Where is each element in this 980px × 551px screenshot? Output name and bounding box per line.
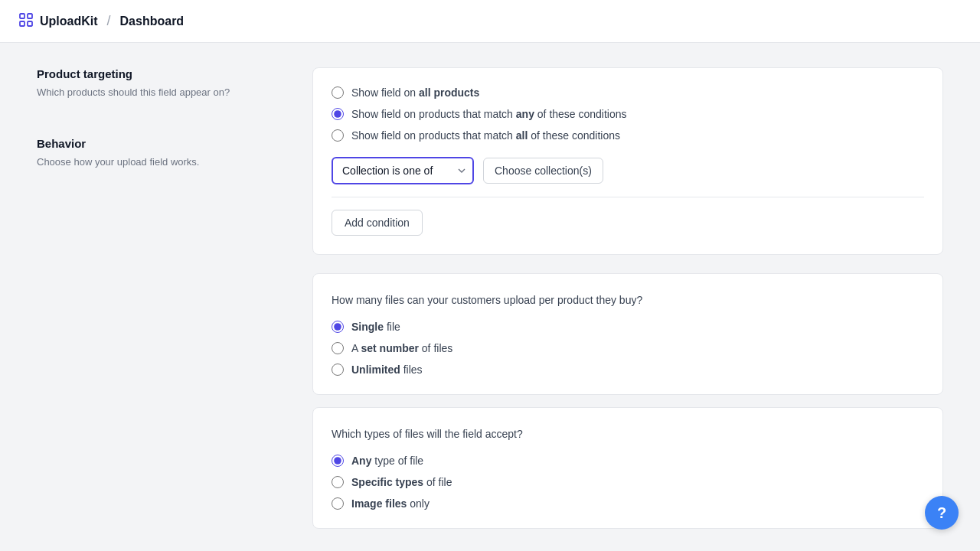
svg-rect-1 [28,14,32,18]
add-condition-button[interactable]: Add condition [332,210,423,236]
app-name: UploadKit [40,15,98,28]
file-count-question: How many files can your customers upload… [332,292,924,308]
content-area: Show field on all products Show field on… [312,67,943,529]
radio-all-products-label: Show field on all products [351,86,479,99]
page-title: Dashboard [120,15,185,28]
radio-set-number-label: A set number of files [351,342,452,354]
condition-select[interactable]: Collection is one of Collection is not o… [332,157,474,184]
radio-single-file[interactable]: Single file [332,321,924,333]
radio-any-type-input[interactable] [332,455,344,467]
radio-any-conditions-input[interactable] [332,108,344,120]
radio-single-file-label: Single file [351,321,400,333]
file-count-card: How many files can your customers upload… [312,273,943,395]
choose-collections-button[interactable]: Choose collection(s) [483,158,603,184]
behavior-description: Choose how your upload field works. [37,155,282,170]
radio-image-files[interactable]: Image files only [332,497,924,510]
behavior-sidebar: Behavior Choose how your upload field wo… [37,137,282,170]
product-targeting-sidebar: Product targeting Which products should … [37,67,282,100]
radio-specific-types-input[interactable] [332,476,344,488]
radio-image-files-label: Image files only [351,497,430,510]
radio-any-conditions[interactable]: Show field on products that match any of… [332,108,924,120]
header-divider: / [107,13,111,29]
file-types-question: Which types of files will the field acce… [332,426,924,442]
product-targeting-label: Product targeting [37,67,282,80]
radio-all-conditions-label: Show field on products that match all of… [351,129,620,142]
help-button[interactable]: ? [925,496,959,530]
radio-single-file-input[interactable] [332,321,344,333]
main-content: Product targeting Which products should … [0,43,980,551]
grid-icon [18,12,34,31]
file-count-radio-group: Single file A set number of files Unlimi… [332,321,924,376]
svg-rect-2 [20,21,24,26]
add-condition-container: Add condition [332,210,924,236]
app-header: UploadKit / Dashboard [0,0,980,43]
product-targeting-radio-group: Show field on all products Show field on… [332,86,924,142]
radio-set-number[interactable]: A set number of files [332,342,924,354]
radio-unlimited[interactable]: Unlimited files [332,364,924,376]
radio-specific-types-label: Specific types of file [351,476,452,488]
condition-row: Collection is one of Collection is not o… [332,157,924,197]
radio-image-files-input[interactable] [332,497,344,510]
sidebar: Product targeting Which products should … [37,67,282,529]
radio-all-products[interactable]: Show field on all products [332,86,924,99]
svg-rect-0 [20,14,24,18]
svg-rect-3 [28,21,32,26]
behavior-label: Behavior [37,137,282,150]
file-types-radio-group: Any type of file Specific types of file … [332,455,924,510]
radio-all-conditions[interactable]: Show field on products that match all of… [332,129,924,142]
radio-any-type[interactable]: Any type of file [332,455,924,467]
radio-any-type-label: Any type of file [351,455,423,467]
radio-unlimited-input[interactable] [332,364,344,376]
app-logo: UploadKit [18,12,98,31]
radio-any-conditions-label: Show field on products that match any of… [351,108,627,120]
product-targeting-card: Show field on all products Show field on… [312,67,943,255]
radio-all-conditions-input[interactable] [332,129,344,142]
radio-specific-types[interactable]: Specific types of file [332,476,924,488]
radio-set-number-input[interactable] [332,342,344,354]
file-types-card: Which types of files will the field acce… [312,407,943,529]
radio-all-products-input[interactable] [332,86,344,99]
radio-unlimited-label: Unlimited files [351,364,423,376]
product-targeting-description: Which products should this field appear … [37,85,282,100]
